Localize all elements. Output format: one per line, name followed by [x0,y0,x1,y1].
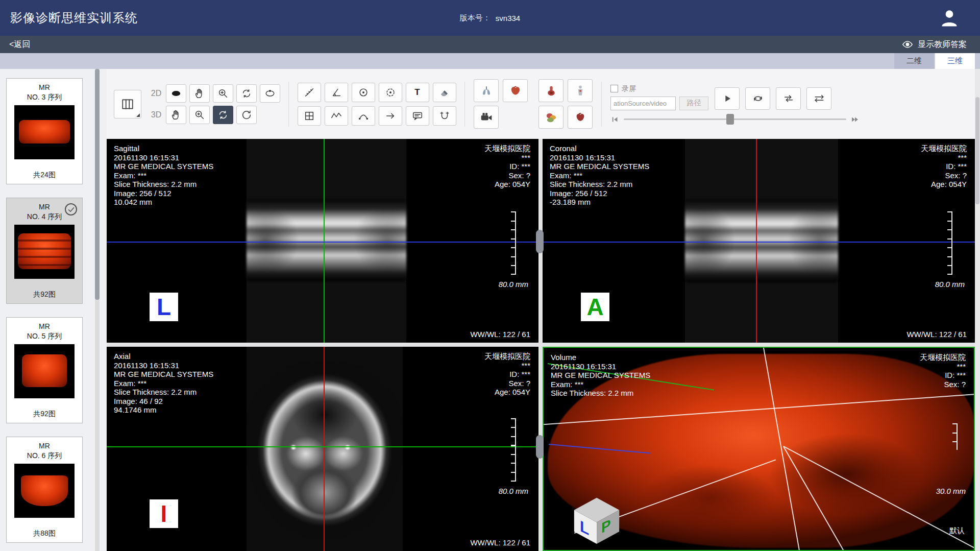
record-checkbox[interactable] [610,85,618,92]
swap-button[interactable] [806,87,831,110]
slice-position: -23.189 mm [550,198,649,207]
window-scrollbar-handle[interactable] [975,97,979,204]
circle-roi-button[interactable] [352,83,375,102]
series-card-no5[interactable]: MR NO. 5 序列 共92图 [6,317,83,423]
circle-center-icon [358,87,369,98]
orientation-marker-L: L [150,293,178,321]
arc-icon [358,110,369,122]
angle-tool-button[interactable] [325,83,348,102]
lungs-preset-button[interactable] [474,79,499,102]
window-level-readout: WW/WL: 122 / 61 [470,538,530,547]
spline-tool-button[interactable] [352,106,375,126]
slider-start-icon[interactable] [610,115,620,124]
crosshair-horizontal-green[interactable] [107,446,538,447]
play-button[interactable] [715,87,740,110]
preset-default-label[interactable]: 默认 [949,526,965,536]
exam-label: Exam: *** [551,380,650,389]
viewport-volume[interactable]: Volume 20161130 16:15:31 MR GE MEDICAL S… [543,347,975,551]
series-title: NO. 5 序列 [27,332,62,341]
skeleton-icon [574,84,587,98]
slider-thumb[interactable] [726,114,734,125]
series-modality: MR [39,442,50,450]
tab-2d[interactable]: 二维 [894,53,934,69]
dropdown-caret-icon [136,113,140,117]
crosshair-tool-button[interactable] [298,106,321,126]
toolbar: 2D 3D [107,69,975,139]
roi-ellipse-2d-button[interactable] [166,84,186,103]
user-avatar-button[interactable] [938,7,961,29]
crosshair-horizontal-blue[interactable] [107,242,538,243]
series-card-no4[interactable]: MR NO. 4 序列 共92图 [6,198,83,304]
crosshair-vertical-green[interactable] [324,139,325,343]
organs-preset-button[interactable] [538,106,564,129]
annotation-tool-button[interactable] [406,106,429,126]
viewport-sagittal[interactable]: Sagittal 20161130 16:15:31 MR GE MEDICAL… [107,139,538,343]
heart-preset-button[interactable] [503,79,528,102]
playback-controls [715,87,831,110]
sidebar-scrollbar[interactable] [95,69,100,551]
preset-group-1 [472,78,530,131]
pan-3d-button[interactable] [166,106,186,124]
reset-3d-button[interactable] [236,106,257,124]
patient-id: ID: *** [484,370,530,379]
series-title: NO. 6 序列 [27,451,62,461]
slice-scroll-handle[interactable] [536,435,544,459]
series-title: NO. 3 序列 [27,93,62,102]
cardiac-preset-button[interactable] [568,106,593,129]
viewport-coronal[interactable]: Coronal 20161130 16:15:31 MR GE MEDICAL … [543,139,975,343]
back-button[interactable]: <返回 [9,39,30,50]
mode-tools-group: 2D 3D [148,83,282,126]
image-index: Image: 256 / 512 [114,189,213,198]
sidebar-scrollbar-handle[interactable] [95,69,100,300]
record-camera-button[interactable] [474,106,499,129]
arrow-tool-button[interactable] [379,106,402,126]
curve-tool-button[interactable] [325,106,348,126]
series-modality: MR [39,203,50,211]
cobb-angle-button[interactable] [433,106,456,126]
slider-end-icon[interactable] [850,115,860,124]
series-card-no6[interactable]: MR NO. 6 序列 共88图 [6,437,83,543]
series-card-no3[interactable]: MR NO. 3 序列 共24图 [6,78,83,184]
zoom-3d-button[interactable] [189,106,210,124]
viewport-axial[interactable]: Axial 20161130 16:15:31 MR GE MEDICAL SY… [107,347,538,551]
slice-scroll-handle[interactable] [536,230,544,253]
series-thumbnail [14,344,75,398]
version-label: 版本号： [460,13,491,23]
orientation-cube[interactable]: L P [573,497,620,544]
tab-3d[interactable]: 三维 [935,53,975,69]
rotate-icon [241,88,252,99]
video-camera-icon [480,111,493,124]
slider-track[interactable] [624,118,846,120]
rotate-3d-button[interactable] [213,106,233,124]
path-button[interactable]: 路径 [679,97,708,110]
series-thumbnail [14,105,75,159]
series-title: NO. 4 序列 [27,212,62,222]
show-teacher-answer-button[interactable]: 显示教师答案 [902,39,967,50]
point-roi-button[interactable] [379,83,402,102]
series-count: 共24图 [33,171,56,180]
series-count: 共92图 [33,410,56,419]
swap-arrows-icon [814,93,825,104]
loop-button[interactable] [745,87,770,110]
layout-grid-icon [121,98,134,111]
layout-button[interactable] [114,90,141,118]
window-ellipse-2d-button[interactable] [260,84,280,103]
zoom-in-icon [194,109,205,121]
rotate-2d-button[interactable] [236,84,257,103]
crosshair-vertical-red[interactable] [324,347,325,551]
larynx-preset-button[interactable] [538,79,564,102]
length-tool-button[interactable] [298,83,321,102]
pan-2d-button[interactable] [189,84,210,103]
crosshair-vertical-red[interactable] [756,139,757,343]
text-tool-button[interactable]: T [406,83,429,102]
zoom-2d-button[interactable] [213,84,233,103]
repeat-button[interactable] [776,87,801,110]
crosshair-horizontal-blue[interactable] [543,242,975,243]
window-scrollbar[interactable] [975,69,980,551]
sub-header: <返回 显示教师答案 [0,36,980,53]
body-preset-button[interactable] [568,79,593,102]
video-path-input[interactable] [610,97,676,110]
eye-icon [902,39,913,50]
eraser-tool-button[interactable] [433,83,456,102]
ellipse-outline-icon [264,88,276,99]
